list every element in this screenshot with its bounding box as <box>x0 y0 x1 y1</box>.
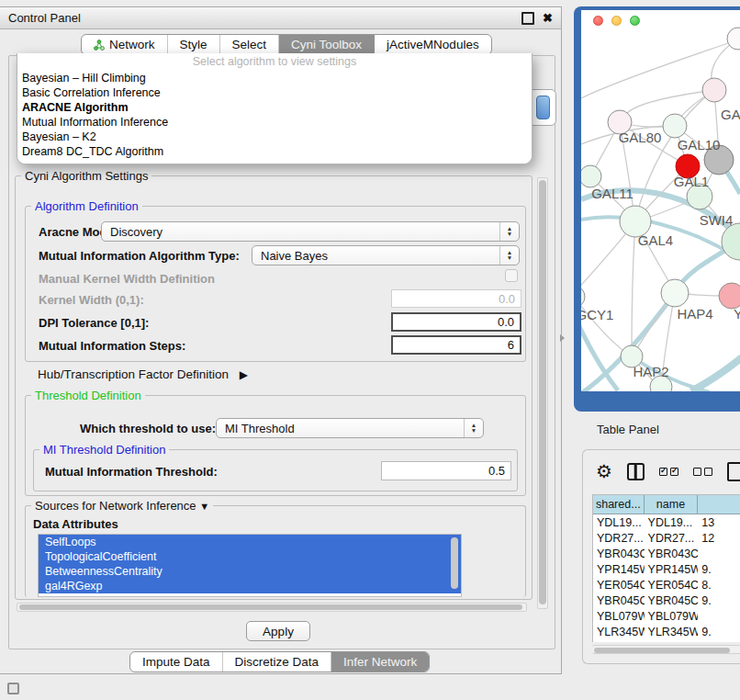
network-node[interactable] <box>727 28 740 50</box>
scrollbar-thumb[interactable] <box>594 648 730 653</box>
table-cell: YPR145W <box>593 563 645 576</box>
node-label: SWI4 <box>700 212 734 228</box>
table-panel: ⚙ shared...name YDL19...YDL19...13YDR27.… <box>582 449 740 664</box>
list-item[interactable]: gal4RGexp <box>39 579 461 593</box>
network-node-gal10[interactable] <box>663 114 687 138</box>
field-value: 6 <box>508 338 514 352</box>
table-cell: YDR27... <box>645 532 699 545</box>
table-horizontal-scrollbar[interactable] <box>592 645 740 654</box>
dropdown-item[interactable]: Bayesian – Hill Climbing <box>17 71 532 85</box>
table-cell: YIL052C <box>645 641 699 643</box>
dropdown-item[interactable]: ARACNE Algorithm <box>17 100 532 115</box>
dropdown-item[interactable]: Mutual Information Inference <box>17 115 532 130</box>
table-cell: YDL19... <box>593 516 645 529</box>
stepper-arrows-icon: ▲▼ <box>464 419 483 437</box>
float-window-icon[interactable] <box>521 12 534 25</box>
group-title: Cyni Algorithm Settings <box>21 169 151 183</box>
mi-threshold-label: Mutual Information Threshold: <box>45 465 218 479</box>
column-header[interactable]: shared... <box>593 495 645 514</box>
data-attributes-list[interactable]: SelfLoopsTopologicalCoefficientBetweenne… <box>38 534 462 597</box>
settings-vertical-scrollbar[interactable] <box>537 177 548 609</box>
tab-style[interactable]: Style <box>168 35 220 54</box>
apply-button[interactable]: Apply <box>246 621 310 641</box>
table-cell: 12 <box>698 532 740 545</box>
list-item[interactable]: BetweennessCentrality <box>39 564 461 579</box>
dpi-tolerance-field[interactable]: 0.0 <box>391 312 521 332</box>
network-node-y[interactable] <box>719 283 740 309</box>
column-header[interactable]: name <box>645 495 699 514</box>
network-node-gcy1[interactable] <box>581 286 585 308</box>
gear-icon[interactable]: ⚙ <box>596 461 612 481</box>
mi-steps-field[interactable]: 6 <box>391 335 521 355</box>
table-row[interactable]: YBR045CYBR045C9. <box>593 593 740 608</box>
mi-threshold-field[interactable]: 0.5 <box>381 461 511 480</box>
close-traffic-light-icon[interactable] <box>593 16 603 26</box>
panel-tab-bar: NetworkStyleSelectCyni ToolboxjActiveMNo… <box>81 34 492 55</box>
node-label: HAP2 <box>633 364 668 379</box>
hub-tf-definition-toggle[interactable]: Hub/Transcription Factor Definition ▶ <box>38 367 248 381</box>
network-node-hap4[interactable] <box>661 279 689 307</box>
dropdown-item[interactable]: Basic Correlation Inference <box>17 85 532 100</box>
network-node-gal11[interactable] <box>581 165 601 187</box>
tab-infer-network[interactable]: Infer Network <box>331 652 429 672</box>
node-label: GAL4 <box>638 232 673 248</box>
list-scrollbar-thumb[interactable] <box>451 537 458 589</box>
minimized-window-icon[interactable] <box>7 683 19 694</box>
deselect-all-checkboxes-icon[interactable] <box>693 468 712 476</box>
combo-focus-button <box>536 96 550 119</box>
sources-group-toggle[interactable]: Sources for Network Inference ▼ <box>31 499 213 513</box>
node-label: Y <box>734 306 740 322</box>
table-row[interactable]: YBR043CYBR043C <box>593 546 740 561</box>
data-attributes-label: Data Attributes <box>33 517 118 531</box>
node-label: GAL1 <box>674 174 709 189</box>
document-icon[interactable] <box>727 462 740 481</box>
which-threshold-combo[interactable]: MI Threshold ▲▼ <box>216 418 484 438</box>
manual-kernel-width-checkbox[interactable] <box>505 269 518 282</box>
tab-select[interactable]: Select <box>220 35 280 54</box>
table-cell: YDL19... <box>645 516 699 529</box>
list-item[interactable]: TopologicalCoefficient <box>39 549 461 564</box>
minimize-traffic-light-icon[interactable] <box>611 16 622 26</box>
control-panel-titlebar[interactable]: Control Panel ✖ <box>0 7 561 29</box>
dropdown-item[interactable]: Bayesian – K2 <box>17 130 532 144</box>
network-graph[interactable]: GALGAL80GAL10GAL1GAL11SWI4GAL4GCY1HAP4YH… <box>581 10 740 391</box>
stepper-arrows-icon: ▲▼ <box>499 246 519 265</box>
table-row[interactable]: YDR27...YDR27...12 <box>593 530 740 546</box>
node-table[interactable]: shared...name YDL19...YDL19...13YDR27...… <box>592 494 740 642</box>
scrollbar-thumb[interactable] <box>539 180 546 604</box>
close-icon[interactable]: ✖ <box>543 14 553 23</box>
dropdown-item-list: Bayesian – Hill ClimbingBasic Correlatio… <box>17 71 532 159</box>
table-row[interactable]: YLR345WYLR345W9. <box>593 624 740 639</box>
cyni-algorithm-settings-group: Cyni Algorithm Settings Algorithm Defini… <box>15 175 533 600</box>
panel-splitter-arrow-icon[interactable] <box>560 334 565 342</box>
table-row[interactable]: YER054CYER054C8. <box>593 577 740 593</box>
network-view-window[interactable]: GALGAL80GAL10GAL1GAL11SWI4GAL4GCY1HAP4YH… <box>574 6 740 412</box>
settings-horizontal-scrollbar[interactable] <box>17 603 527 612</box>
dropdown-item[interactable]: Dream8 DC_TDC Algorithm <box>17 144 532 159</box>
tab-discretize-data[interactable]: Discretize Data <box>223 652 332 672</box>
node-label: GCY1 <box>581 307 613 322</box>
list-item[interactable]: SelfLoops <box>39 535 461 549</box>
mi-algorithm-type-combo[interactable]: Naive Bayes ▲▼ <box>252 245 520 265</box>
tab-cyni-toolbox[interactable]: Cyni Toolbox <box>279 35 375 54</box>
zoom-traffic-light-icon[interactable] <box>630 16 640 26</box>
tab-impute-data[interactable]: Impute Data <box>130 652 223 672</box>
table-row[interactable]: YBL079WYBL079W <box>593 608 740 624</box>
tab-network[interactable]: Network <box>82 35 168 54</box>
tab-jactivemnodules[interactable]: jActiveMNodules <box>375 35 491 54</box>
network-canvas[interactable]: GALGAL80GAL10GAL1GAL11SWI4GAL4GCY1HAP4YH… <box>581 10 740 391</box>
manual-kernel-width-label: Manual Kernel Width Definition <box>39 272 215 286</box>
column-header[interactable] <box>698 495 740 514</box>
tab-label: jActiveMNodules <box>387 38 479 51</box>
scrollbar-thumb[interactable] <box>19 604 522 610</box>
network-node-gal[interactable] <box>702 78 726 102</box>
table-row[interactable]: YIL052CYIL052C0. <box>593 639 740 642</box>
kernel-width-field[interactable]: 0.0 <box>391 289 521 308</box>
table-row[interactable]: YPR145WYPR145W9. <box>593 561 740 577</box>
network-node-swi4[interactable] <box>722 223 740 260</box>
aracne-mode-combo[interactable]: Discovery ▲▼ <box>101 221 520 242</box>
table-row[interactable]: YDL19...YDL19...13 <box>593 514 740 530</box>
select-all-checkboxes-icon[interactable] <box>659 468 678 476</box>
desktop: Control Panel ✖ NetworkStyleSelectCyni T… <box>0 0 740 700</box>
split-columns-icon[interactable] <box>627 463 645 480</box>
